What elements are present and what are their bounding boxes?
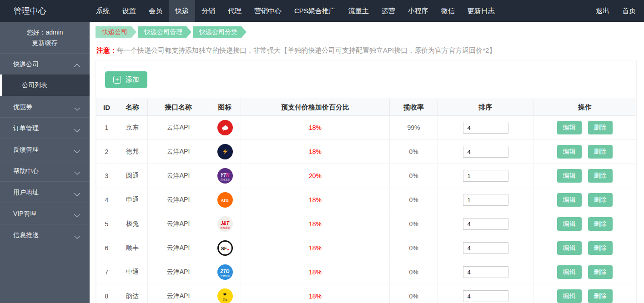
topnav-item-marketing-center[interactable]: 营销中心: [248, 0, 288, 22]
sidebar-item-vip-management[interactable]: VIP管理: [0, 203, 90, 224]
cell-markup-percent: 20%: [241, 164, 390, 188]
cell-pickup-rate: 99%: [390, 116, 438, 140]
cell-markup-percent: 18%: [241, 140, 390, 164]
cell-icon: [209, 116, 241, 140]
companies-table: ID名称接口名称图标预支付价格加价百分比揽收率排序操作 1京东云洋API18%9…: [96, 99, 636, 303]
chevron-up-icon: [74, 64, 80, 70]
breadcrumb-segment[interactable]: 快递公司管理: [138, 26, 191, 38]
cell-company-name: 京东: [117, 116, 148, 140]
delete-button[interactable]: 删除: [588, 121, 613, 134]
table-row: 5极兔云洋APIJ&T极兔速递18%0%编辑删除: [96, 212, 636, 236]
sort-input[interactable]: [463, 218, 508, 230]
sidebar-item-label: 反馈管理: [13, 146, 39, 153]
topnav-item-members[interactable]: 会员: [142, 0, 169, 22]
cell-pickup-rate: 0%: [390, 212, 438, 236]
cell-company-name: 德邦: [117, 140, 148, 164]
sidebar-item-company-list[interactable]: 公司列表: [0, 75, 90, 96]
deppon-logo-icon: [217, 144, 233, 159]
topnav-item-distribution[interactable]: 分销: [195, 0, 221, 22]
cell-api-name: 云洋API: [148, 164, 209, 188]
jd-logo-icon: [217, 120, 233, 135]
column-header: 名称: [117, 99, 148, 116]
sort-input[interactable]: [463, 194, 508, 206]
edit-button[interactable]: 编辑: [557, 289, 582, 303]
cell-id: 6: [96, 236, 117, 260]
topnav-item-settings[interactable]: 设置: [116, 0, 142, 22]
edit-button[interactable]: 编辑: [557, 265, 582, 279]
sort-input[interactable]: [463, 242, 508, 254]
cell-actions: 编辑删除: [533, 140, 636, 164]
cell-sort: [438, 140, 533, 164]
delete-button[interactable]: 删除: [588, 145, 613, 159]
sf-logo-icon: SF: [217, 240, 233, 256]
cell-company-name: 顺丰: [117, 236, 148, 260]
greeting-text: 您好：admin: [0, 27, 90, 38]
cell-id: 2: [96, 140, 117, 164]
topnav-item-express[interactable]: 快递: [169, 0, 195, 22]
cell-icon: YTK圆通速递: [209, 164, 241, 188]
delete-button[interactable]: 删除: [588, 289, 613, 303]
sidebar-item-help-center[interactable]: 帮助中心: [0, 160, 90, 181]
delete-button[interactable]: 删除: [588, 241, 613, 255]
topnav-item-logout[interactable]: 退出: [589, 0, 616, 22]
sidebar-item-coupons[interactable]: 优惠券: [0, 96, 90, 117]
cell-actions: 编辑删除: [533, 116, 636, 140]
edit-button[interactable]: 编辑: [557, 241, 582, 255]
breadcrumb-segment[interactable]: 快递公司分类: [193, 26, 247, 38]
sidebar-item-label: 帮助中心: [13, 167, 39, 174]
yunda-logo-icon: 韵达: [217, 288, 233, 303]
topnav-items: 系统设置会员快递分销代理营销中心CPS聚合推广流量主运营小程序微信更新日志: [90, 0, 501, 22]
sort-input[interactable]: [463, 122, 508, 134]
topnav-item-changelog[interactable]: 更新日志: [461, 0, 501, 22]
cell-api-name: 云洋API: [148, 260, 209, 284]
edit-button[interactable]: 编辑: [557, 145, 582, 159]
sort-input[interactable]: [463, 170, 508, 182]
topnav-item-cps-promotion[interactable]: CPS聚合推广: [288, 0, 342, 22]
sidebar-item-label: 用户地址: [13, 189, 39, 196]
sidebar-item-express-company[interactable]: 快递公司: [0, 53, 90, 75]
topnav-item-agents[interactable]: 代理: [221, 0, 248, 22]
cell-actions: 编辑删除: [533, 236, 636, 260]
cell-sort: [438, 164, 533, 188]
sidebar-user-block: 您好：admin 更新缓存: [0, 22, 90, 53]
topnav-item-operations[interactable]: 运营: [375, 0, 402, 22]
add-button[interactable]: + 添加: [105, 71, 147, 88]
edit-button[interactable]: 编辑: [557, 217, 582, 231]
cell-markup-percent: 18%: [241, 260, 390, 284]
column-header: 排序: [438, 99, 533, 116]
cell-id: 7: [96, 260, 117, 284]
delete-button[interactable]: 删除: [588, 193, 613, 207]
topnav-item-home[interactable]: 首页: [616, 0, 642, 22]
table-row: 8韵达云洋API韵达18%0%编辑删除: [96, 284, 636, 303]
breadcrumb-segment[interactable]: 快递公司: [96, 26, 136, 38]
sidebar-item-feedback-management[interactable]: 反馈管理: [0, 139, 90, 160]
sidebar-item-label: VIP管理: [13, 210, 36, 217]
sidebar-item-user-address[interactable]: 用户地址: [0, 181, 90, 203]
cell-sort: [438, 212, 533, 236]
delete-button[interactable]: 删除: [588, 217, 613, 231]
breadcrumb: 快递公司快递公司管理快递公司分类: [96, 26, 637, 38]
sto-logo-icon: sto: [217, 192, 233, 208]
cell-api-name: 云洋API: [148, 284, 209, 303]
topnav-item-traffic-owner[interactable]: 流量主: [342, 0, 375, 22]
edit-button[interactable]: 编辑: [557, 121, 582, 134]
cell-company-name: 申通: [117, 188, 148, 212]
top-navigation-bar: 管理中心 系统设置会员快递分销代理营销中心CPS聚合推广流量主运营小程序微信更新…: [0, 0, 644, 22]
sort-input[interactable]: [463, 266, 508, 278]
topnav-item-mini-program[interactable]: 小程序: [402, 0, 435, 22]
sort-input[interactable]: [463, 290, 508, 302]
topnav-item-wechat[interactable]: 微信: [435, 0, 461, 22]
refresh-cache-link[interactable]: 更新缓存: [0, 38, 90, 48]
delete-button[interactable]: 删除: [588, 265, 613, 279]
sidebar-item-message-push[interactable]: 信息推送: [0, 224, 90, 245]
edit-button[interactable]: 编辑: [557, 193, 582, 207]
topnav-item-system[interactable]: 系统: [90, 0, 116, 22]
delete-button[interactable]: 删除: [588, 169, 613, 183]
notice-text: 注意：每一个快递公司都支持添加独立的快递接口，非常强大【单独的快递公司可支持配置…: [96, 46, 636, 55]
sidebar-item-order-management[interactable]: 订单管理: [0, 117, 90, 139]
sort-input[interactable]: [463, 146, 508, 158]
cell-actions: 编辑删除: [533, 260, 636, 284]
edit-button[interactable]: 编辑: [557, 169, 582, 183]
cell-api-name: 云洋API: [148, 212, 209, 236]
cell-icon: ZTO中通快递: [209, 260, 241, 284]
